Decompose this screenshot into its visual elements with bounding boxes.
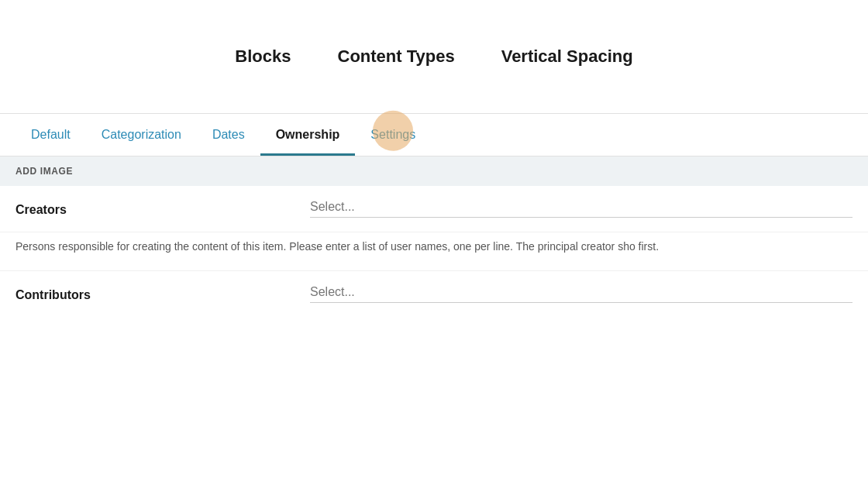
content-area: Default Categorization Dates Ownership S… bbox=[0, 113, 868, 318]
creators-label: Creators bbox=[16, 200, 310, 217]
tab-settings[interactable]: Settings bbox=[355, 114, 431, 156]
tab-default[interactable]: Default bbox=[16, 114, 86, 156]
nav-vertical-spacing[interactable]: Vertical Spacing bbox=[501, 46, 633, 67]
tab-ownership[interactable]: Ownership bbox=[260, 114, 356, 156]
section-header-add-image: ADD IMAGE bbox=[0, 157, 868, 186]
tab-bar: Default Categorization Dates Ownership S… bbox=[0, 114, 868, 157]
creators-field-row: Creators bbox=[0, 186, 868, 232]
creators-description: Persons responsible for creating the con… bbox=[0, 232, 868, 271]
creators-input[interactable] bbox=[310, 200, 852, 218]
top-navigation: Blocks Content Types Vertical Spacing bbox=[0, 0, 868, 98]
contributors-label: Contributors bbox=[16, 285, 310, 302]
contributors-input[interactable] bbox=[310, 285, 852, 303]
tab-settings-wrapper: Settings bbox=[355, 114, 431, 156]
tab-categorization[interactable]: Categorization bbox=[86, 114, 197, 156]
contributors-field-row: Contributors bbox=[0, 271, 868, 318]
nav-content-types[interactable]: Content Types bbox=[338, 46, 455, 67]
tab-dates[interactable]: Dates bbox=[197, 114, 260, 156]
nav-blocks[interactable]: Blocks bbox=[235, 46, 291, 67]
